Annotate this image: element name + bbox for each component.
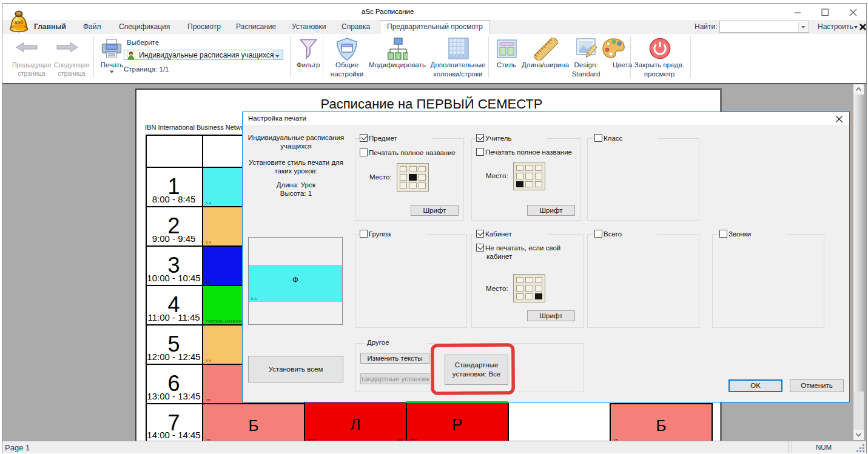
svg-text:asc: asc: [14, 19, 24, 26]
